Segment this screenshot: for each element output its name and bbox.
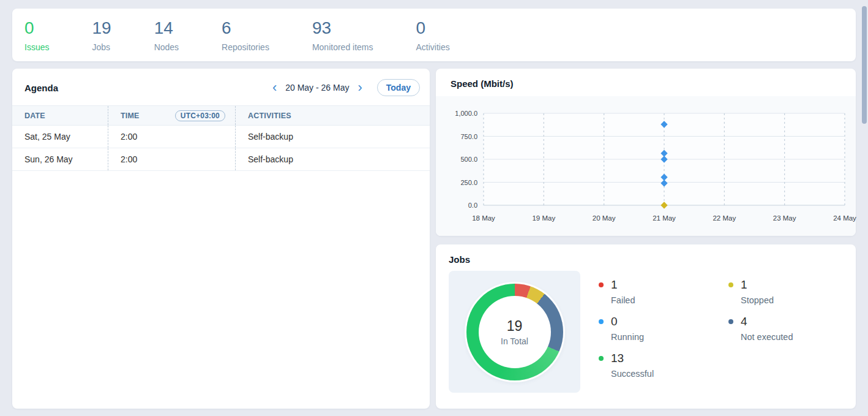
stat-jobs[interactable]: 19 Jobs — [92, 18, 111, 61]
table-row[interactable]: Sat, 25 May 2:00 Self-backup — [12, 126, 430, 148]
stopped-status-dot-icon — [728, 282, 733, 287]
jobs-header: Jobs — [436, 244, 856, 268]
stat-monitored-items-value: 93 — [312, 18, 373, 38]
agenda-table: DATE TIME UTC+03:00 ACTIVITIES Sat, 25 M… — [12, 105, 430, 171]
legend-running-label: Running — [611, 332, 728, 342]
row-date: Sat, 25 May — [12, 126, 108, 148]
row-time: 2:00 — [108, 126, 236, 148]
stat-jobs-value: 19 — [92, 18, 111, 38]
speed-chart-area: 1,000.0750.0500.0250.00.018 May19 May20 … — [436, 96, 856, 236]
column-header-time-label: TIME — [121, 112, 140, 120]
svg-text:1,000.0: 1,000.0 — [455, 110, 477, 117]
agenda-date-range: 20 May - 26 May — [285, 83, 349, 93]
legend-running-value: 0 — [611, 315, 728, 328]
legend-not-executed-label: Not executed — [741, 332, 858, 342]
stat-repositories[interactable]: 6 Repositories — [222, 18, 269, 61]
today-button[interactable]: Today — [377, 79, 420, 96]
agenda-date-nav: ‹ 20 May - 26 May › Today — [269, 79, 420, 96]
agenda-title: Agenda — [24, 83, 269, 93]
legend-failed-value: 1 — [611, 278, 728, 292]
jobs-donut: 19 In Total — [466, 284, 563, 380]
row-date: Sun, 26 May — [12, 148, 108, 170]
svg-text:23 May: 23 May — [773, 214, 796, 222]
svg-text:0.0: 0.0 — [468, 202, 477, 209]
chevron-left-icon[interactable]: ‹ — [269, 82, 280, 93]
svg-text:21 May: 21 May — [653, 214, 676, 222]
jobs-donut-center: 19 In Total — [479, 296, 551, 368]
jobs-title: Jobs — [449, 254, 841, 265]
stats-bar: 0 Issues 19 Jobs 14 Nodes 6 Repositories… — [12, 9, 856, 61]
stat-monitored-items[interactable]: 93 Monitored items — [312, 18, 373, 61]
jobs-total-label: In Total — [501, 336, 528, 346]
svg-text:250.0: 250.0 — [460, 179, 477, 186]
row-time: 2:00 — [108, 148, 236, 170]
speed-header: Speed (Mbit/s) — [436, 69, 856, 96]
legend-item-running: 0 Running — [599, 315, 728, 352]
stat-activities-value: 0 — [416, 18, 450, 38]
svg-text:20 May: 20 May — [593, 214, 616, 222]
legend-successful-value: 13 — [611, 352, 728, 365]
timezone-badge: UTC+03:00 — [175, 110, 225, 121]
stat-repositories-label: Repositories — [222, 42, 269, 52]
svg-text:750.0: 750.0 — [460, 133, 477, 140]
svg-text:22 May: 22 May — [713, 214, 736, 222]
legend-item-successful: 13 Successful — [599, 352, 728, 388]
agenda-panel: Agenda ‹ 20 May - 26 May › Today DATE TI… — [12, 69, 430, 409]
column-header-time: TIME UTC+03:00 — [108, 106, 236, 125]
speed-chart: 1,000.0750.0500.0250.00.018 May19 May20 … — [436, 96, 856, 235]
stat-repositories-value: 6 — [222, 18, 269, 38]
row-activity: Self-backup — [236, 148, 430, 170]
running-status-dot-icon — [599, 319, 604, 324]
stat-issues-value: 0 — [24, 18, 49, 38]
stat-monitored-items-label: Monitored items — [312, 42, 373, 52]
legend-not-executed-value: 4 — [741, 315, 858, 328]
speed-title: Speed (Mbit/s) — [451, 78, 841, 89]
svg-text:19 May: 19 May — [532, 214, 555, 222]
svg-text:24 May: 24 May — [833, 214, 856, 222]
legend-item-stopped: 1 Stopped — [728, 278, 858, 315]
legend-successful-label: Successful — [611, 369, 728, 379]
column-header-activities: ACTIVITIES — [236, 106, 430, 125]
column-header-date: DATE — [12, 106, 108, 125]
legend-stopped-label: Stopped — [741, 295, 858, 305]
stat-nodes[interactable]: 14 Nodes — [154, 18, 179, 61]
agenda-table-header: DATE TIME UTC+03:00 ACTIVITIES — [12, 105, 430, 126]
chevron-right-icon[interactable]: › — [354, 82, 365, 93]
jobs-donut-card: 19 In Total — [449, 271, 580, 393]
jobs-body: 19 In Total 1 Failed 1 Stopped 0 Running — [436, 268, 856, 393]
row-activity: Self-backup — [236, 126, 430, 148]
jobs-legend: 1 Failed 1 Stopped 0 Running 4 Not execu… — [599, 271, 858, 393]
svg-text:18 May: 18 May — [472, 214, 495, 222]
speed-panel: Speed (Mbit/s) 1,000.0750.0500.0250.00.0… — [436, 69, 856, 236]
stat-nodes-value: 14 — [154, 18, 179, 38]
stat-issues[interactable]: 0 Issues — [24, 18, 49, 61]
failed-status-dot-icon — [599, 282, 604, 287]
stat-jobs-label: Jobs — [92, 42, 111, 52]
jobs-panel: Jobs 19 In Total 1 Failed 1 Stopped — [436, 244, 856, 409]
agenda-header: Agenda ‹ 20 May - 26 May › Today — [12, 69, 430, 105]
stat-activities-label: Activities — [416, 42, 450, 52]
table-row[interactable]: Sun, 26 May 2:00 Self-backup — [12, 148, 430, 171]
jobs-total-value: 19 — [507, 318, 523, 335]
vertical-scrollbar-thumb[interactable] — [862, 6, 867, 124]
legend-stopped-value: 1 — [741, 278, 858, 292]
successful-status-dot-icon — [599, 356, 604, 361]
stat-activities[interactable]: 0 Activities — [416, 18, 450, 61]
legend-item-not-executed: 4 Not executed — [728, 315, 858, 352]
not-executed-status-dot-icon — [728, 319, 733, 324]
svg-text:500.0: 500.0 — [460, 156, 477, 163]
stat-nodes-label: Nodes — [154, 42, 179, 52]
stat-issues-label: Issues — [24, 42, 49, 52]
legend-failed-label: Failed — [611, 295, 728, 305]
legend-item-failed: 1 Failed — [599, 278, 728, 315]
